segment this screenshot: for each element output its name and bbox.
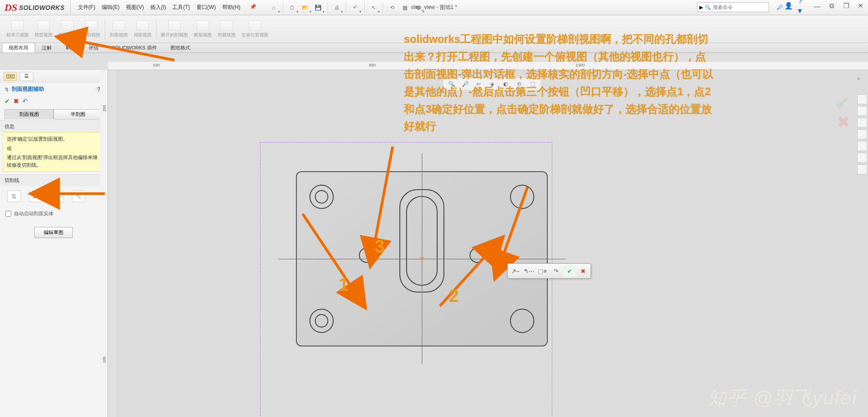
cmd-std-views[interactable]: 标准三视图	[4, 17, 31, 41]
subtab-section[interactable]: 剖面视图	[4, 109, 54, 120]
search-box[interactable]: ▶ 🔍 🔎	[697, 2, 769, 12]
ctx-single-offset-icon[interactable]: ↰⋯	[523, 265, 535, 277]
cmd-altpos-view[interactable]: 交替位置视图	[239, 17, 271, 41]
cancel-icon[interactable]: ✖	[13, 98, 19, 105]
menu-help[interactable]: 帮助(H)	[219, 2, 243, 13]
drawing-canvas[interactable]: 🔍 🔎 ↩ ◈ ◐ ⟲ ⬚ « ✔ ✖	[116, 70, 868, 417]
document-title: step_view - 图纸1 *	[411, 4, 457, 11]
pm-section-cutline: 切割线⌃ ⇅ ⇄ ⤢ ⤡ 自动启动剖面实体 编辑草图	[0, 174, 107, 244]
menu-view[interactable]: 视图(V)	[123, 2, 147, 13]
separator	[346, 3, 346, 13]
ruler-mark: 800	[369, 63, 376, 67]
pm-title: 剖面视图辅助	[12, 85, 44, 93]
ruler-mark: 200	[102, 105, 107, 111]
minimize-button[interactable]: —	[812, 1, 822, 11]
origin-point	[420, 257, 424, 260]
pm-confirm-row: ✔ ✖ ↶	[0, 96, 107, 108]
save-icon[interactable]: 💾	[313, 2, 324, 13]
search-input[interactable]	[711, 4, 777, 10]
taskpane-resources-icon[interactable]	[857, 94, 867, 104]
titlebar: DS SOLIDWORKS 文件(F) 编辑(E) 视图(V) 插入(I) 工具…	[0, 0, 868, 15]
taskpane-library-icon[interactable]	[857, 106, 867, 116]
taskpane-forum-icon[interactable]	[857, 164, 867, 174]
task-pane	[855, 93, 868, 176]
auto-start-checkbox[interactable]	[5, 211, 11, 217]
auto-start-label: 自动启动剖面实体	[14, 210, 54, 217]
window-controls: 👤 ? ▾ — ⧉ ❐ ✕	[783, 1, 865, 11]
annotation-arrow	[435, 250, 494, 310]
info-line: 选择'确定'以放置剖面视图。	[7, 135, 100, 143]
cmd-crop-view[interactable]: 剪裁视图	[215, 17, 238, 41]
annotation-arrow	[496, 185, 537, 262]
section-header-info[interactable]: 信息⌃	[0, 121, 107, 132]
menu-insert[interactable]: 插入(I)	[148, 2, 169, 13]
cmd-model-view[interactable]: 模型视图	[32, 17, 55, 41]
menu-window[interactable]: 窗口(W)	[194, 2, 219, 13]
pm-subtabs: 剖面视图 半剖图	[4, 109, 103, 120]
print-icon[interactable]: 🖨	[331, 2, 343, 13]
undo-icon[interactable]: ↶	[22, 98, 28, 105]
svg-line-0	[80, 41, 174, 60]
pin-icon[interactable]: 📌	[247, 2, 259, 13]
play-icon: ▶	[699, 4, 703, 10]
restore-button[interactable]: ⧉	[827, 1, 837, 11]
taskpane-explorer-icon[interactable]	[857, 118, 867, 128]
cutline-vertical-icon[interactable]: ⇅	[7, 191, 21, 202]
ok-icon[interactable]: ✔	[4, 98, 10, 105]
user-icon[interactable]: 👤	[783, 1, 793, 11]
annotation-text: solidworks工程图中如何设置阶梯剖视图啊，把不同的孔都剖切出来？打开工程…	[404, 31, 714, 135]
help-icon[interactable]: ? ▾	[798, 1, 808, 11]
taskpane-palette-icon[interactable]	[857, 129, 867, 139]
confirm-corner-cancel-icon[interactable]: ✖	[837, 113, 850, 132]
svg-line-4	[440, 254, 487, 306]
main-menu: 文件(F) 编辑(E) 视图(V) 插入(I) 工具(T) 窗口(W) 帮助(H…	[75, 2, 259, 13]
undo-icon[interactable]: ↶	[349, 2, 361, 13]
info-line: 或	[7, 145, 100, 152]
separator	[383, 3, 383, 13]
inner-restore-button[interactable]: ❐	[841, 1, 851, 11]
app-logo: DS SOLIDWORKS	[3, 0, 71, 15]
close-button[interactable]: ✕	[855, 1, 865, 11]
taskpane-appearance-icon[interactable]	[857, 141, 867, 151]
cutline-horizontal-icon[interactable]: ⇄	[29, 191, 42, 202]
svg-line-3	[375, 146, 393, 243]
pm-tab-config-icon[interactable]: ☰	[20, 72, 33, 81]
tab-view-layout[interactable]: 视图布局	[2, 43, 35, 53]
section-header-cutline[interactable]: 切割线⌃	[0, 175, 107, 186]
rebuild-icon[interactable]: ⟲	[386, 2, 398, 13]
open-icon[interactable]: 📂	[300, 2, 311, 13]
select-icon[interactable]: ↖	[368, 2, 380, 13]
menu-file[interactable]: 文件(F)	[75, 2, 98, 13]
confirm-corner-ok-icon[interactable]: ✔	[834, 93, 850, 115]
new-icon[interactable]: 🗋	[286, 2, 298, 13]
annotation-arrow	[51, 187, 105, 202]
pm-tab-feature-icon[interactable]: ◫◫	[4, 72, 17, 81]
section-popup-toolbar: ↗︎~ ↰⋯ ⬚≡ ↷ ✔ ✖	[507, 263, 591, 279]
tab-annotation[interactable]: 注解	[35, 43, 58, 53]
watermark: 知乎 @羽飞yufei	[707, 386, 857, 411]
subtab-half[interactable]: 半剖图	[54, 109, 103, 120]
ruler-mark: 100	[102, 356, 107, 363]
ctx-notch-offset-icon[interactable]: ⬚≡	[536, 265, 549, 277]
ctx-arc-offset-icon[interactable]: ↗︎~	[509, 265, 522, 277]
ctx-undo-icon[interactable]: ↷	[550, 265, 562, 277]
separator	[283, 3, 283, 13]
cmd-break-view[interactable]: 断裂视图	[191, 17, 215, 41]
hole	[510, 309, 534, 333]
taskpane-custom-icon[interactable]	[857, 153, 867, 163]
ctx-ok-icon[interactable]: ✔	[563, 265, 576, 277]
menu-edit[interactable]: 编辑(E)	[99, 2, 122, 13]
pm-tabrow: ◫◫ ☰	[0, 70, 107, 83]
ctx-cancel-icon[interactable]: ✖	[577, 265, 589, 277]
property-manager: ◫◫ ☰ ↯ 剖面视图辅助 ? ✔ ✖ ↶ 剖面视图 半剖图 信息⌃ 选择'确定…	[0, 70, 107, 417]
home-icon[interactable]: ⌂	[268, 2, 280, 13]
hole	[359, 248, 374, 263]
annotation-arrow	[298, 209, 361, 296]
search-go-icon[interactable]: 🔎	[777, 4, 783, 10]
hole	[315, 314, 328, 328]
options-icon[interactable]: ▦	[399, 2, 411, 13]
expand-icon[interactable]: «	[857, 75, 864, 83]
menu-tools[interactable]: 工具(T)	[170, 2, 192, 13]
edit-sketch-button[interactable]: 编辑草图	[34, 227, 73, 238]
auto-start-check[interactable]: 自动启动剖面实体	[0, 207, 107, 221]
